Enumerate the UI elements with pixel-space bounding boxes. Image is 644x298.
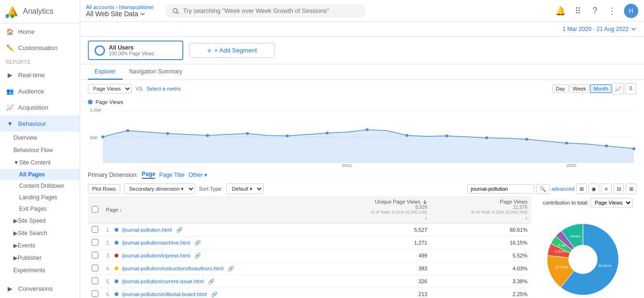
svg-point-20 — [486, 136, 488, 139]
sidebar-item-all-pages[interactable]: All Pages — [0, 169, 80, 180]
row-link-icon: 🔗 — [176, 227, 183, 233]
table-row: 1. /journal-pollution.html 🔗 5,527 60.61… — [88, 224, 531, 236]
breadcrumb-all-accounts[interactable]: All accounts — [86, 4, 114, 10]
sidebar-item-realtime[interactable]: ▶ Real-time — [0, 67, 80, 83]
contrib-select[interactable]: Page Views — [591, 198, 633, 207]
pv-column-header[interactable]: Page Views 11,576 % of Total: 0.22% (5,2… — [431, 196, 531, 224]
pv-pct-cell: 2.25% — [431, 288, 531, 298]
search-bar[interactable] — [165, 4, 366, 18]
page-link[interactable]: /journal-pollution/editorial-board.html — [122, 291, 207, 297]
week-button[interactable]: Week — [570, 84, 590, 93]
row-checkbox[interactable] — [92, 252, 98, 258]
svg-point-4 — [173, 8, 178, 12]
unique-pv-cell: 1,271 — [331, 236, 431, 249]
unique-pv-cell: 499 — [331, 249, 431, 262]
sidebar-item-content-drilldown[interactable]: Content Drilldown — [0, 180, 80, 192]
page-link[interactable]: /journal-pollution.html — [122, 227, 172, 233]
pivot-view-button[interactable]: ⊟ — [613, 184, 624, 194]
add-segment-button[interactable]: + Add Segment — [189, 43, 275, 58]
list-view-button[interactable]: ≡ — [601, 184, 612, 194]
table-search-input[interactable] — [467, 184, 534, 194]
tab-explorer[interactable]: Explorer — [88, 64, 123, 80]
svg-text:1,000: 1,000 — [90, 108, 101, 113]
sidebar-item-exit-pages[interactable]: Exit Pages — [0, 203, 80, 215]
sidebar-item-site-search[interactable]: ▶ Site Search — [0, 227, 80, 239]
sidebar-item-behaviour[interactable]: ▼ Behaviour — [0, 115, 80, 132]
table-search-button[interactable]: 🔍 — [536, 184, 549, 194]
table-row: 2. /journal-pollution/archive.html 🔗 1,2… — [88, 236, 531, 249]
select-metric-link[interactable]: Select a metric — [147, 86, 181, 92]
metric-select[interactable]: Page Views Sessions Users — [88, 84, 132, 93]
more-view-button[interactable]: ⊞ — [626, 184, 636, 194]
notifications-icon[interactable]: 🔔 — [555, 6, 566, 16]
data-table-wrapper: Page Unique Page Views 8,926 % of Total:… — [88, 196, 531, 298]
sidebar-item-events[interactable]: ▶ Events — [0, 239, 80, 252]
page-column-header[interactable]: Page — [102, 196, 331, 224]
realtime-icon: ▶ — [6, 71, 14, 79]
sidebar-item-site-content[interactable]: ▼ Site Content — [0, 156, 80, 169]
row-color-dot — [115, 267, 118, 270]
month-button[interactable]: Month — [590, 84, 612, 93]
tab-navigation[interactable]: Navigation Summary — [123, 64, 189, 80]
pv-pct-cell: 3.38% — [431, 275, 531, 288]
unique-pv-column-header[interactable]: Unique Page Views 8,926 % of Total: 0.21… — [331, 196, 431, 224]
unique-pv-cell: 383 — [331, 262, 431, 275]
breadcrumb: All accounts › hilarispublisher — [86, 4, 154, 10]
sidebar-item-publisher[interactable]: ▶ Publisher — [0, 252, 80, 264]
svg-point-18 — [405, 134, 408, 137]
dim-page-link[interactable]: Page — [142, 171, 156, 179]
page-link[interactable]: /journal-pollution/instructionsforauthor… — [122, 266, 223, 271]
select-all-checkbox[interactable] — [92, 206, 98, 213]
row-checkbox[interactable] — [92, 290, 98, 297]
advanced-link[interactable]: advanced — [551, 186, 574, 192]
sidebar-item-acquisition[interactable]: 📈 Acquisition — [0, 99, 80, 115]
help-icon[interactable]: ? — [590, 6, 600, 16]
pie-chart-section: contribution to total: Page Views 60.61%… — [531, 196, 636, 298]
dim-page-title-link[interactable]: Page Title — [159, 172, 184, 178]
grid-view-button[interactable]: ⊞ — [576, 184, 587, 194]
bar-chart-button[interactable]: ⠿ — [625, 83, 636, 94]
table-header: Page Unique Page Views 8,926 % of Total:… — [88, 196, 531, 224]
add-segment-label: + Add Segment — [214, 47, 257, 54]
dim-other-link[interactable]: Other ▾ — [189, 172, 207, 178]
row-checkbox[interactable] — [92, 277, 98, 284]
unique-pv-cell: 326 — [331, 275, 431, 288]
acquisition-icon: 📈 — [6, 103, 14, 112]
menu-icon[interactable]: ⋮ — [607, 6, 617, 16]
line-chart-button[interactable]: 📈 — [612, 83, 624, 94]
secondary-dimension-select[interactable]: Secondary dimension ▾ — [124, 184, 195, 194]
sidebar-item-behaviour-flow[interactable]: Behaviour Flow — [0, 144, 80, 156]
pie-label: others — [570, 234, 581, 238]
chevron-down-icon — [140, 11, 146, 17]
day-button[interactable]: Day — [552, 84, 569, 93]
legend-dot — [88, 100, 93, 104]
sidebar-item-overview[interactable]: Overview — [0, 132, 80, 144]
sidebar-item-conversions[interactable]: ▶ Conversions — [0, 280, 80, 297]
sidebar-item-landing-pages[interactable]: Landing Pages — [0, 192, 80, 203]
apps-icon[interactable]: ⠿ — [572, 6, 583, 16]
row-checkbox[interactable] — [92, 226, 98, 233]
svg-point-2 — [11, 14, 14, 18]
sidebar-item-audience[interactable]: 👥 Audience — [0, 83, 80, 99]
pie-view-button[interactable]: ◉ — [589, 184, 599, 194]
page-link[interactable]: /journal-pollution/current-issue.html — [122, 278, 203, 284]
svg-point-10 — [101, 135, 104, 138]
vs-label: VS — [136, 86, 143, 92]
sidebar-item-home[interactable]: 🏠 Home — [0, 23, 80, 40]
date-chevron-icon — [631, 26, 636, 32]
date-range-bar[interactable]: 1 Mar 2020 - 21 Aug 2022 — [80, 22, 644, 37]
sidebar-item-site-speed[interactable]: ▶ Site Speed — [0, 215, 80, 227]
search-input[interactable] — [183, 7, 359, 14]
table-view-icons: ⊞ ◉ ≡ ⊟ ⊞ — [576, 184, 636, 194]
sidebar-item-customisation[interactable]: ✏️ Customisation — [0, 40, 80, 56]
breadcrumb-publisher[interactable]: hilarispublisher — [119, 4, 154, 10]
plot-rows-button[interactable]: Plot Rows — [88, 184, 120, 194]
row-checkbox[interactable] — [92, 265, 98, 271]
unique-pv-cell: 5,527 — [331, 224, 431, 236]
page-link[interactable]: /journal-pollution/inpress.html — [122, 253, 190, 258]
sort-type-select[interactable]: Default ▾ — [226, 184, 264, 194]
page-link[interactable]: /journal-pollution/archive.html — [122, 240, 190, 246]
sidebar-item-experiments[interactable]: Experiments — [0, 264, 80, 277]
row-checkbox[interactable] — [92, 239, 98, 246]
user-avatar[interactable]: H — [624, 4, 638, 18]
